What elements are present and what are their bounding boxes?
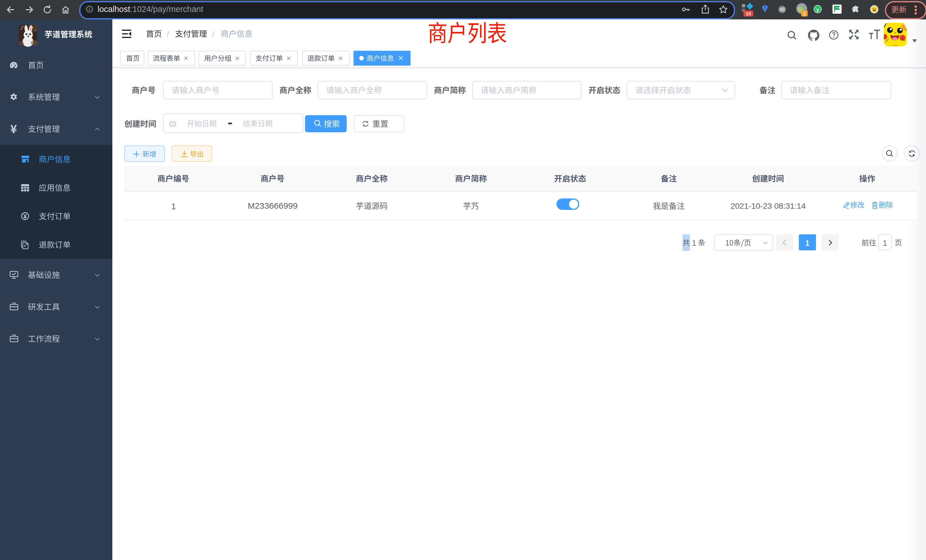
svg-text:1: 1 [803, 11, 806, 17]
svg-text:10: 10 [746, 11, 751, 17]
svg-text:y: y [816, 7, 819, 12]
